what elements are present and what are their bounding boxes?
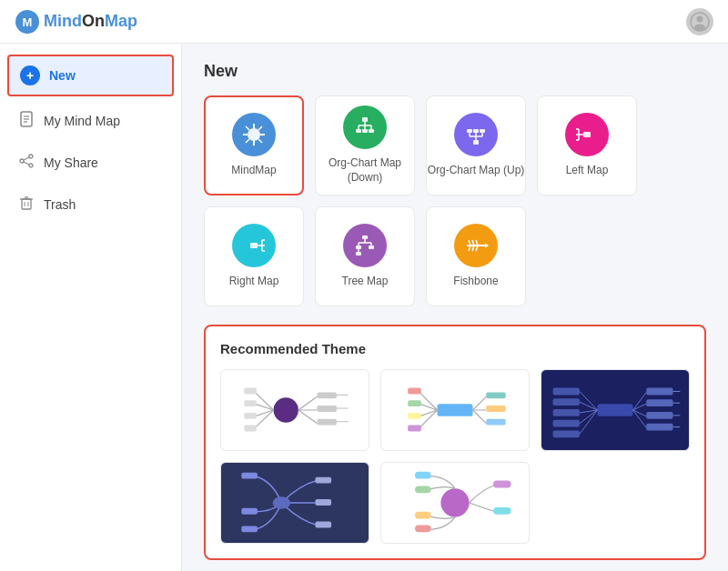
svg-text:M: M (23, 15, 33, 29)
logo-text: MindOnMap (44, 12, 137, 31)
org-down-icon-svg (352, 115, 378, 140)
svg-rect-83 (244, 388, 257, 395)
content-area: New MindM (182, 44, 728, 571)
mindmap-icon-svg (241, 122, 267, 147)
org-up-label: Org-Chart Map (Up) (428, 164, 525, 178)
svg-line-82 (298, 410, 318, 424)
svg-rect-93 (437, 404, 472, 416)
svg-rect-125 (646, 412, 672, 419)
header: M MindOnMap (0, 0, 728, 44)
svg-line-115 (580, 402, 598, 410)
svg-rect-108 (597, 404, 632, 416)
svg-rect-106 (486, 406, 506, 412)
sidebar-item-trash[interactable]: Trash (0, 184, 181, 225)
theme-5-preview (381, 463, 529, 543)
svg-rect-139 (415, 472, 431, 479)
main-layout: + New My Mind Map (0, 44, 728, 571)
svg-rect-89 (317, 419, 337, 426)
svg-point-11 (29, 164, 33, 167)
svg-rect-28 (362, 117, 368, 122)
svg-line-24 (246, 126, 249, 130)
tree-map-icon-svg (352, 233, 378, 258)
org-down-icon (343, 105, 387, 149)
svg-point-10 (20, 159, 24, 163)
svg-rect-85 (244, 413, 257, 419)
svg-line-100 (473, 410, 487, 424)
theme-grid (220, 369, 690, 544)
svg-point-9 (29, 155, 33, 158)
map-card-fishbone[interactable]: Fishbone (426, 206, 526, 306)
tree-map-icon (343, 224, 387, 267)
svg-rect-137 (315, 522, 331, 528)
svg-rect-136 (315, 499, 331, 506)
svg-line-27 (258, 139, 262, 143)
logo: M MindOnMap (15, 9, 137, 35)
theme-card-4[interactable] (220, 462, 369, 544)
recommended-section: Recommended Theme (204, 325, 706, 560)
svg-line-12 (24, 157, 29, 160)
svg-line-98 (473, 396, 487, 410)
svg-rect-36 (369, 129, 374, 133)
svg-rect-45 (480, 129, 485, 133)
section-title: New (204, 62, 706, 81)
svg-rect-86 (244, 426, 257, 432)
theme-3-preview (541, 370, 689, 450)
svg-point-138 (440, 488, 469, 516)
map-card-org-down[interactable]: Org-Chart Map(Down) (315, 95, 415, 195)
trash-icon-svg (18, 195, 35, 211)
map-card-org-up[interactable]: Org-Chart Map (Up) (426, 95, 526, 195)
mind-map-icon (18, 111, 35, 131)
left-map-label: Left Map (566, 164, 609, 178)
svg-rect-84 (244, 400, 257, 406)
sidebar-item-new[interactable]: + New (7, 55, 174, 96)
org-down-label: Org-Chart Map(Down) (329, 156, 401, 185)
map-card-mindmap[interactable]: MindMap (204, 95, 304, 195)
map-card-right[interactable]: Right Map (204, 206, 304, 306)
svg-point-131 (273, 496, 291, 509)
theme-card-2[interactable] (380, 369, 530, 451)
svg-point-4 (694, 24, 705, 30)
svg-rect-126 (646, 424, 672, 431)
right-map-icon-svg (241, 233, 267, 258)
svg-rect-110 (553, 398, 580, 406)
svg-rect-134 (241, 526, 258, 532)
logo-icon: M (15, 9, 40, 35)
svg-line-25 (258, 126, 262, 130)
share-icon (18, 153, 35, 173)
svg-rect-37 (473, 140, 479, 145)
theme-card-5[interactable] (380, 462, 530, 544)
svg-rect-132 (241, 473, 258, 479)
svg-rect-63 (356, 245, 361, 249)
theme-2-preview (381, 370, 529, 450)
fishbone-icon-svg (463, 233, 489, 258)
svg-rect-46 (583, 132, 591, 137)
svg-point-19 (248, 128, 260, 141)
org-up-icon-svg (463, 122, 489, 147)
svg-rect-87 (317, 392, 337, 398)
avatar-icon (690, 12, 710, 32)
user-avatar[interactable] (686, 8, 713, 35)
svg-rect-111 (553, 409, 580, 416)
theme-1-preview (221, 370, 369, 450)
map-card-left[interactable]: Left Map (537, 95, 637, 195)
sidebar-item-my-share[interactable]: My Share (0, 142, 181, 184)
trash-icon (18, 195, 35, 215)
left-map-icon (565, 113, 609, 156)
org-up-icon (454, 113, 498, 156)
sidebar-item-my-mind-map[interactable]: My Mind Map (0, 100, 181, 142)
theme-card-1[interactable] (220, 369, 369, 451)
map-card-tree[interactable]: Tree Map (315, 206, 415, 306)
right-map-label: Right Map (229, 275, 279, 289)
svg-marker-74 (485, 243, 489, 248)
sidebar-item-trash-label: Trash (44, 197, 76, 212)
svg-point-75 (274, 397, 298, 422)
theme-card-3[interactable] (541, 369, 690, 451)
svg-rect-14 (22, 199, 31, 209)
svg-line-118 (580, 410, 598, 434)
svg-rect-103 (408, 413, 421, 419)
tree-map-label: Tree Map (342, 275, 389, 289)
right-map-icon (232, 224, 276, 267)
svg-rect-124 (646, 399, 672, 406)
svg-rect-34 (356, 129, 361, 133)
svg-rect-142 (415, 525, 431, 532)
